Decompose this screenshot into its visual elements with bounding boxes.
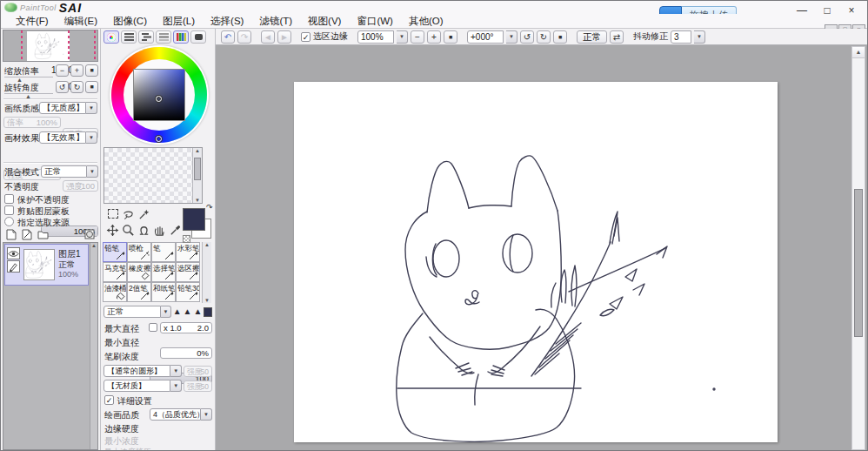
nav-zoom-reset-button[interactable]: ■ [85,64,98,77]
protect-opacity-checkbox[interactable] [4,194,14,204]
selection-edge-checkbox[interactable]: ✓ [301,32,310,42]
quality-dropdown-button[interactable]: ▼ [201,408,212,421]
brush-tool-bucket[interactable]: 油漆桶 [103,282,127,302]
zoom-in-button[interactable]: + [427,30,441,44]
quality-select[interactable]: 4（品质优先） [150,408,201,421]
saturation-value-square[interactable] [133,69,185,121]
magic-wand-tool[interactable] [137,206,151,221]
clip-mask-checkbox[interactable] [4,205,14,215]
flip-view-button[interactable]: ⇄ [610,30,624,44]
effect-strength-slider[interactable]: 强度 100 [63,180,98,192]
navigator-preview[interactable] [3,30,98,62]
swap-colors-button[interactable]: ↷ [206,203,213,212]
brush-texture-dropdown-button[interactable]: ▼ [170,380,182,392]
selection-source-radio[interactable] [4,217,14,226]
blend-mode-dropdown-button[interactable]: ▼ [87,165,98,178]
scroll-up-button[interactable]: ▲ [852,47,865,58]
zoom-out-button[interactable]: − [411,30,424,44]
brush-tool-binary-pen[interactable]: 2值笔 [127,282,151,302]
undo-button[interactable]: ↶ [221,30,235,44]
sv-marker[interactable] [156,96,162,102]
layer-visibility-toggle[interactable] [7,247,20,259]
angle-dropdown-button[interactable]: ▼ [506,30,517,44]
menu-edit[interactable]: 编辑(E) [57,15,105,28]
menu-others[interactable]: 其他(O) [401,15,451,28]
brush-tool-watercolor[interactable]: 水彩笔 [176,242,200,262]
rotate-ccw-button[interactable]: ↺ [520,30,534,44]
paper-texture-dropdown-button[interactable]: ▼ [86,102,97,114]
brush-tool-pen[interactable]: 笔 [151,242,176,262]
zoom-dropdown-button[interactable]: ▼ [397,30,408,44]
menu-window[interactable]: 窗口(W) [349,15,401,28]
color-wheel-toggle[interactable] [103,30,119,44]
scroll-down-icon[interactable]: ▼ [193,198,202,203]
brush-tool-airbrush[interactable]: 喷枪 [127,242,151,262]
min-diameter-slider[interactable]: 0% [160,347,212,359]
layer-mask-button[interactable] [84,229,95,239]
hsv-slider-toggle[interactable] [138,30,154,44]
empty-tool-slot[interactable] [168,206,183,221]
shape-strength-slider[interactable]: 强度 50 [184,366,212,377]
menu-select[interactable]: 选择(S) [203,15,251,28]
hand-tool[interactable] [152,223,167,238]
brush-tool-marker[interactable]: 马克笔 [103,262,127,282]
paper-texture-select[interactable]: 【无质感】 [39,102,86,114]
brush-tool-pencil30[interactable]: 铅笔30 [176,282,200,302]
paint-canvas[interactable] [294,82,778,442]
brush-texture-select[interactable]: 【无材质】 [103,380,170,392]
max-diameter-slider[interactable]: x 1.0 2.0 [160,322,212,333]
blend-mode-select[interactable]: 正常 [41,165,87,178]
nav-rotate-ccw-button[interactable]: ↺ [56,81,69,93]
redo-button[interactable]: ↷ [237,30,251,44]
brush-tool-washi-pen[interactable]: 和纸笔 [151,282,176,302]
hue-marker[interactable] [156,136,162,142]
nav-zoom-slider[interactable] [4,77,53,77]
menu-file[interactable]: 文件(F) [8,15,57,28]
brush-tool-pencil[interactable]: 铅笔 [103,242,127,262]
canvas-vertical-scrollbar[interactable]: ▲ [851,46,865,450]
rotate-view-tool[interactable] [137,223,151,238]
advanced-settings-checkbox[interactable]: ✓ [104,395,114,405]
scroll-down-icon[interactable]: ▼ [203,298,211,303]
scratchpad-scrollbar[interactable]: ▲ ▼ [192,148,202,203]
material-effect-select[interactable]: 【无效果】 [39,131,86,144]
nav-rotation-reset-button[interactable]: ■ [85,81,98,93]
brush-edge-square-icon[interactable] [204,307,212,317]
view-mode-button[interactable]: 正常 [577,30,607,44]
nav-zoom-out-button[interactable]: − [56,64,69,77]
max-diameter-unit-button[interactable] [149,323,157,332]
scroll-up-icon[interactable]: ▲ [90,243,97,248]
jitter-value-field[interactable]: 3 [671,30,691,44]
brush-blend-dropdown-button[interactable]: ▼ [161,306,170,318]
next-selection-button[interactable]: ► [277,30,291,44]
jitter-dropdown-button[interactable]: ▼ [694,30,705,44]
gray-slider-toggle[interactable] [156,30,171,44]
prev-selection-button[interactable]: ◄ [261,30,275,44]
marquee-select-tool[interactable] [105,206,120,221]
empty-tool-slot[interactable] [152,206,167,221]
zoom-value-field[interactable]: 100% [357,30,394,44]
nav-rotate-cw-button[interactable]: ↻ [70,81,83,93]
zoom-tool[interactable] [121,223,136,238]
paper-scale-slider[interactable]: 倍率 100% [3,117,61,128]
scroll-up-icon[interactable]: ▲ [193,148,202,153]
scroll-up-icon[interactable]: ▲ [203,242,211,247]
lasso-tool[interactable] [121,206,136,221]
menu-filter[interactable]: 滤镜(T) [251,15,300,28]
material-effect-dropdown-button[interactable]: ▼ [86,131,97,144]
angle-value-field[interactable]: +000° [467,30,504,44]
brush-tool-eraser[interactable]: 橡皮擦 [127,262,151,282]
menu-view[interactable]: 视图(V) [300,15,349,28]
brush-shape-select[interactable]: 【通常的圆形】 [103,365,170,377]
rgb-slider-toggle[interactable] [121,30,137,44]
mixer-toggle[interactable] [173,30,189,44]
brush-tool-selection-pen[interactable]: 选择笔 [151,262,176,282]
color-scratchpad[interactable]: ▲ ▼ [103,147,203,204]
layer-row[interactable]: 图层1 正常 100% [4,244,89,286]
canvas-area[interactable]: ▲ [216,45,867,450]
layer-draft-toggle[interactable] [7,260,20,273]
texture-strength-slider[interactable]: 强度 50 [184,380,212,392]
nav-zoom-in-button[interactable]: + [70,64,83,77]
menu-image[interactable]: 图像(C) [105,15,155,28]
brush-blend-select[interactable]: 正常 [103,306,161,318]
